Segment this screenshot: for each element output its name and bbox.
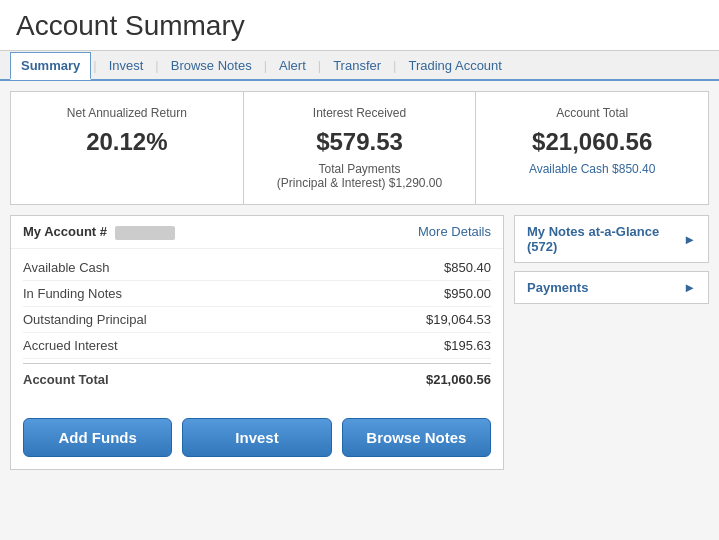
summary-cards: Net Annualized Return 20.12% Interest Re… <box>10 91 709 205</box>
tab-invest[interactable]: Invest <box>99 52 154 79</box>
account-rows: Available Cash $850.40 In Funding Notes … <box>11 249 503 398</box>
tab-transfer[interactable]: Transfer <box>323 52 391 79</box>
right-sidebar: My Notes at-a-Glance (572) ► Payments ► <box>514 215 709 470</box>
page-header: Account Summary <box>0 0 719 51</box>
row-funding-notes: In Funding Notes $950.00 <box>23 281 491 307</box>
notes-at-a-glance-widget[interactable]: My Notes at-a-Glance (572) ► <box>514 215 709 263</box>
card-interest-sub: Total Payments (Principal & Interest) $1… <box>260 162 460 190</box>
card-net-return: Net Annualized Return 20.12% <box>11 92 244 204</box>
card-account-total-label: Account Total <box>492 106 692 120</box>
tab-alert[interactable]: Alert <box>269 52 316 79</box>
card-net-return-value: 20.12% <box>27 128 227 156</box>
card-account-total: Account Total $21,060.56 Available Cash … <box>476 92 708 204</box>
more-details-link[interactable]: More Details <box>418 224 491 239</box>
invest-button[interactable]: Invest <box>182 418 331 457</box>
card-account-cash: Available Cash $850.40 <box>492 162 692 176</box>
tab-trading-account[interactable]: Trading Account <box>398 52 511 79</box>
account-number-masked <box>115 226 175 240</box>
main-content: Net Annualized Return 20.12% Interest Re… <box>0 81 719 540</box>
browse-notes-button[interactable]: Browse Notes <box>342 418 491 457</box>
card-interest-value: $579.53 <box>260 128 460 156</box>
add-funds-button[interactable]: Add Funds <box>23 418 172 457</box>
account-panel-header: My Account # More Details <box>11 216 503 249</box>
account-panel: My Account # More Details Available Cash… <box>10 215 504 470</box>
lower-section: My Account # More Details Available Cash… <box>10 215 709 470</box>
payments-widget[interactable]: Payments ► <box>514 271 709 304</box>
row-outstanding-principal: Outstanding Principal $19,064.53 <box>23 307 491 333</box>
card-account-total-value: $21,060.56 <box>492 128 692 156</box>
card-interest: Interest Received $579.53 Total Payments… <box>244 92 477 204</box>
row-available-cash: Available Cash $850.40 <box>23 255 491 281</box>
row-account-total: Account Total $21,060.56 <box>23 363 491 392</box>
action-buttons: Add Funds Invest Browse Notes <box>11 408 503 469</box>
card-net-return-label: Net Annualized Return <box>27 106 227 120</box>
page-title: Account Summary <box>16 10 703 42</box>
tab-summary[interactable]: Summary <box>10 52 91 80</box>
chevron-right-icon: ► <box>683 232 696 247</box>
account-number-section: My Account # <box>23 224 175 240</box>
tab-browse-notes[interactable]: Browse Notes <box>161 52 262 79</box>
card-interest-label: Interest Received <box>260 106 460 120</box>
nav-tabs: Summary | Invest | Browse Notes | Alert … <box>0 51 719 81</box>
row-accrued-interest: Accrued Interest $195.63 <box>23 333 491 359</box>
chevron-right-icon-2: ► <box>683 280 696 295</box>
